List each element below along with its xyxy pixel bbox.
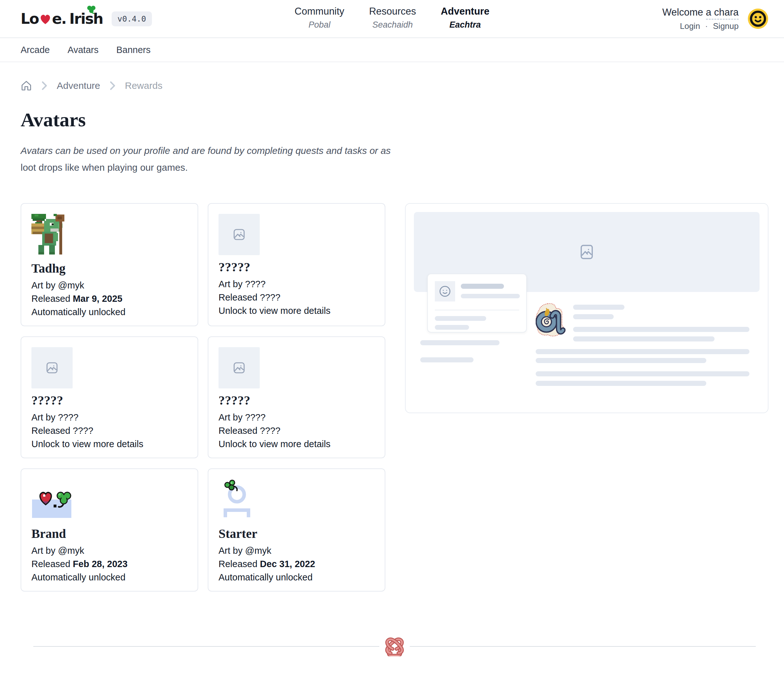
avatar-card-starter[interactable]: Starter Art by @myk Released Dec 31, 202… xyxy=(208,469,385,592)
profile-preview-panel xyxy=(405,203,768,413)
logo-text-post: e. xyxy=(52,10,66,27)
content-grid: Tadhg Art by @myk Released Mar 9, 2025 A… xyxy=(21,203,768,592)
shamrock-icon xyxy=(87,5,96,14)
image-placeholder-icon xyxy=(578,244,595,260)
card-title: ????? xyxy=(219,260,375,275)
skeleton-bar xyxy=(536,358,706,363)
nav-item-community[interactable]: Community Pobal xyxy=(295,6,344,30)
nav-item-resources[interactable]: Resources Seachaidh xyxy=(369,6,416,30)
card-status-line: Automatically unlocked xyxy=(31,305,188,318)
subnav-item-avatars[interactable]: Avatars xyxy=(68,45,99,55)
profile-card-skeleton xyxy=(427,274,527,333)
page-footer xyxy=(21,637,768,656)
card-title: Starter xyxy=(219,526,375,541)
footer-divider xyxy=(410,646,756,647)
page-description: Avatars can be used on your profile and … xyxy=(21,142,768,176)
illuminated-a-drop-cap xyxy=(536,303,565,337)
skeleton-divider xyxy=(435,310,519,310)
skeleton-bar xyxy=(573,337,715,342)
starter-pixel-art xyxy=(219,479,260,520)
user-area: Welcome a chara Login · Signup xyxy=(662,7,768,31)
skeleton-bar xyxy=(573,327,749,332)
card-released-line: Released Dec 31, 2022 xyxy=(219,557,375,571)
chevron-right-icon xyxy=(109,81,116,91)
breadcrumb-adventure[interactable]: Adventure xyxy=(57,80,100,91)
breadcrumb-rewards: Rewards xyxy=(125,80,162,91)
hidden-avatar-placeholder xyxy=(31,347,72,388)
logo-group: Lo e. Irish v0.4.0 xyxy=(21,10,152,27)
skeleton-bar xyxy=(461,294,520,298)
image-placeholder-icon xyxy=(232,361,246,375)
celtic-knot-icon xyxy=(384,637,405,656)
card-artist-line: Art by ???? xyxy=(219,277,375,291)
footer-divider xyxy=(33,646,379,647)
card-status-line: Automatically unlocked xyxy=(31,571,188,584)
card-artist-line: Art by @myk xyxy=(31,544,188,557)
description-line2: loot drops like when playing our games. xyxy=(21,159,768,176)
card-status-line: Unlock to view more details xyxy=(219,304,375,317)
version-badge: v0.4.0 xyxy=(112,12,152,26)
skeleton-bar xyxy=(536,349,749,354)
avatar-card-tadhg[interactable]: Tadhg Art by @myk Released Mar 9, 2025 A… xyxy=(21,203,198,326)
signup-link[interactable]: Signup xyxy=(713,21,739,31)
welcome-block: Welcome a chara Login · Signup xyxy=(662,7,739,31)
skeleton-bar xyxy=(461,284,504,289)
card-artist-line: Art by ???? xyxy=(31,411,188,424)
card-status-line: Unlock to view more details xyxy=(31,437,188,450)
skeleton-bar xyxy=(536,371,749,376)
skeleton-bar xyxy=(573,314,614,319)
card-released-line: Released ???? xyxy=(31,424,188,437)
hidden-avatar-placeholder xyxy=(219,214,260,255)
avatar-card-locked[interactable]: ????? Art by ???? Released ???? Unlock t… xyxy=(21,337,198,458)
avatar-card-locked[interactable]: ????? Art by ???? Released ???? Unlock t… xyxy=(208,203,385,326)
card-title: ????? xyxy=(31,393,188,408)
welcome-text: Welcome a chara xyxy=(662,7,739,18)
home-icon[interactable] xyxy=(21,80,32,91)
card-status-line: Unlock to view more details xyxy=(219,437,375,450)
image-placeholder-icon xyxy=(45,361,59,375)
card-status-line: Automatically unlocked xyxy=(219,571,375,584)
skeleton-bar xyxy=(435,325,469,330)
logo-text-pre: Lo xyxy=(21,10,39,27)
card-artist-line: Art by ???? xyxy=(219,411,375,424)
subnav-item-arcade[interactable]: Arcade xyxy=(21,45,50,55)
avatar-card-locked[interactable]: ????? Art by ???? Released ???? Unlock t… xyxy=(208,337,385,458)
user-name[interactable]: a chara xyxy=(706,7,739,20)
avatar-placeholder-square xyxy=(435,281,455,302)
site-logo[interactable]: Lo e. Irish xyxy=(21,10,103,27)
section-subnav: Arcade Avatars Banners xyxy=(0,38,784,62)
description-line1: Avatars can be used on your profile and … xyxy=(21,142,768,159)
breadcrumb: Adventure Rewards xyxy=(21,80,768,91)
login-link[interactable]: Login xyxy=(680,21,700,31)
card-title: ????? xyxy=(219,393,375,408)
chevron-right-icon xyxy=(41,81,48,91)
card-released-line: Released Mar 9, 2025 xyxy=(31,292,188,305)
tadhg-pixel-art xyxy=(31,214,72,255)
card-released-line: Released Feb 28, 2023 xyxy=(31,557,188,571)
avatar-smiley-icon[interactable] xyxy=(748,8,768,29)
card-released-line: Released ???? xyxy=(219,424,375,437)
card-title: Tadhg xyxy=(31,261,188,276)
main-nav: Community Pobal Resources Seachaidh Adve… xyxy=(295,6,489,30)
heart-icon xyxy=(39,13,52,25)
site-header: Lo e. Irish v0.4.0 Community Pobal Resou… xyxy=(0,0,784,38)
hidden-avatar-placeholder xyxy=(219,347,260,388)
skeleton-bar xyxy=(573,305,624,310)
card-title: Brand xyxy=(31,526,188,541)
skeleton-bar xyxy=(435,316,486,321)
skeleton-bar xyxy=(536,381,706,386)
nav-item-adventure[interactable]: Adventure Eachtra xyxy=(441,6,489,30)
card-artist-line: Art by @myk xyxy=(31,279,188,292)
card-artist-line: Art by @myk xyxy=(219,544,375,557)
auth-separator: · xyxy=(705,21,708,31)
skeleton-bar xyxy=(420,340,499,345)
smiley-placeholder-icon xyxy=(439,285,451,298)
image-placeholder-icon xyxy=(232,228,246,241)
brand-pixel-art xyxy=(31,479,72,520)
avatar-card-brand[interactable]: Brand Art by @myk Released Feb 28, 2023 … xyxy=(21,469,198,592)
card-released-line: Released ???? xyxy=(219,291,375,304)
avatar-card-grid: Tadhg Art by @myk Released Mar 9, 2025 A… xyxy=(21,203,385,592)
subnav-item-banners[interactable]: Banners xyxy=(116,45,151,55)
page-title: Avatars xyxy=(21,109,768,131)
skeleton-bar xyxy=(420,357,474,362)
